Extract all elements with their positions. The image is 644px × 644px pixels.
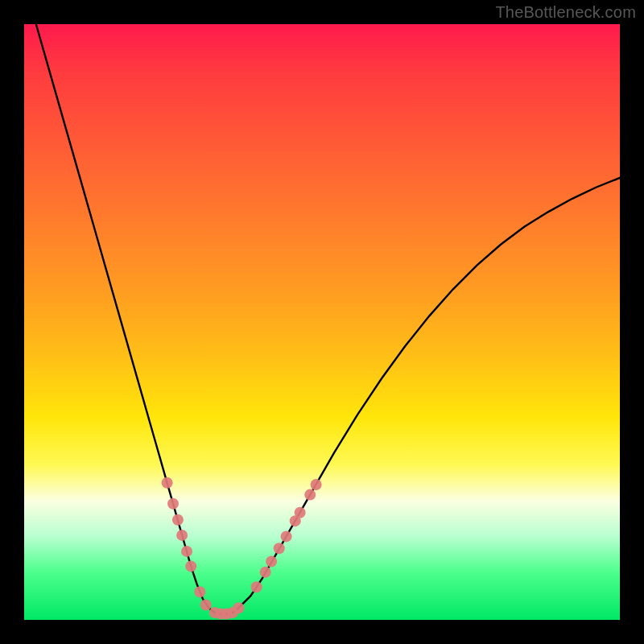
sample-marker bbox=[172, 514, 184, 526]
sample-marker bbox=[176, 530, 188, 541]
sample-marker bbox=[194, 586, 205, 597]
chart-frame: TheBottleneck.com bbox=[0, 0, 644, 644]
sample-markers bbox=[162, 477, 322, 620]
bottleneck-curve-path bbox=[36, 24, 620, 614]
sample-marker bbox=[185, 560, 196, 572]
sample-marker bbox=[167, 498, 179, 510]
sample-marker bbox=[162, 477, 173, 489]
sample-marker bbox=[233, 602, 244, 613]
sample-marker bbox=[200, 600, 212, 611]
sample-marker bbox=[260, 567, 271, 578]
curve-svg bbox=[24, 24, 620, 620]
sample-marker bbox=[295, 507, 306, 518]
sample-marker bbox=[281, 530, 292, 542]
plot-area bbox=[24, 24, 620, 620]
sample-marker bbox=[251, 581, 262, 592]
sample-marker bbox=[274, 543, 285, 554]
watermark-text: TheBottleneck.com bbox=[495, 3, 636, 22]
sample-marker bbox=[181, 546, 192, 557]
sample-marker bbox=[311, 479, 322, 490]
sample-marker bbox=[266, 555, 277, 567]
sample-marker bbox=[304, 489, 316, 501]
